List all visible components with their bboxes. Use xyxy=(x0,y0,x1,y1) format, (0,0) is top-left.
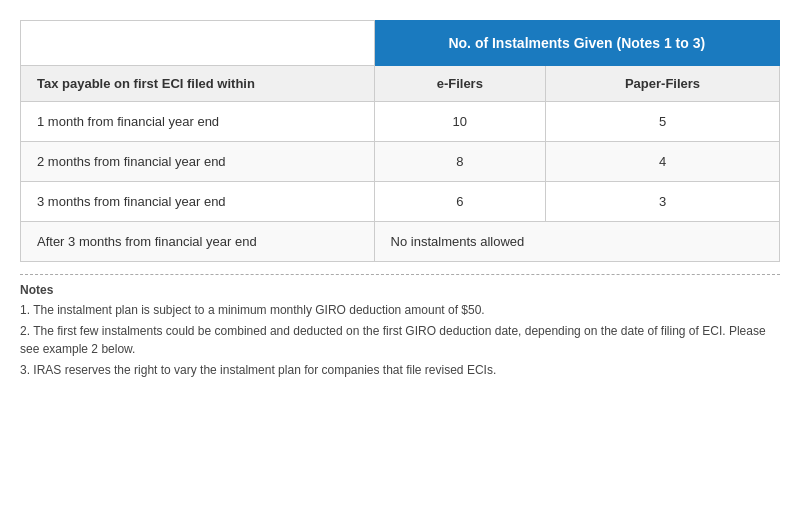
empty-header-cell xyxy=(21,21,375,66)
subheader-row: Tax payable on first ECI filed within e-… xyxy=(21,66,780,102)
notes-title: Notes xyxy=(20,283,780,297)
row-paperfilers: 3 xyxy=(546,182,780,222)
notes-list: 1. The instalment plan is subject to a m… xyxy=(20,301,780,379)
main-container: No. of Instalments Given (Notes 1 to 3) … xyxy=(20,20,780,379)
row-efilers: 6 xyxy=(374,182,545,222)
row-label: After 3 months from financial year end xyxy=(21,222,375,262)
col1-header: Tax payable on first ECI filed within xyxy=(21,66,375,102)
table-row: 3 months from financial year end63 xyxy=(21,182,780,222)
table-row: 1 month from financial year end105 xyxy=(21,102,780,142)
main-header-row: No. of Instalments Given (Notes 1 to 3) xyxy=(21,21,780,66)
row-paperfilers: 4 xyxy=(546,142,780,182)
note-item: 2. The first few instalments could be co… xyxy=(20,322,780,358)
row-efilers: 8 xyxy=(374,142,545,182)
notes-section: Notes 1. The instalment plan is subject … xyxy=(20,274,780,379)
table-row: After 3 months from financial year endNo… xyxy=(21,222,780,262)
col3-header: Paper-Filers xyxy=(546,66,780,102)
row-no-instalment: No instalments allowed xyxy=(374,222,779,262)
instalments-table: No. of Instalments Given (Notes 1 to 3) … xyxy=(20,20,780,262)
main-header-cell: No. of Instalments Given (Notes 1 to 3) xyxy=(374,21,779,66)
row-label: 2 months from financial year end xyxy=(21,142,375,182)
col2-header: e-Filers xyxy=(374,66,545,102)
row-efilers: 10 xyxy=(374,102,545,142)
row-label: 1 month from financial year end xyxy=(21,102,375,142)
note-item: 3. IRAS reserves the right to vary the i… xyxy=(20,361,780,379)
row-label: 3 months from financial year end xyxy=(21,182,375,222)
note-item: 1. The instalment plan is subject to a m… xyxy=(20,301,780,319)
table-body: 1 month from financial year end1052 mont… xyxy=(21,102,780,262)
row-paperfilers: 5 xyxy=(546,102,780,142)
table-row: 2 months from financial year end84 xyxy=(21,142,780,182)
